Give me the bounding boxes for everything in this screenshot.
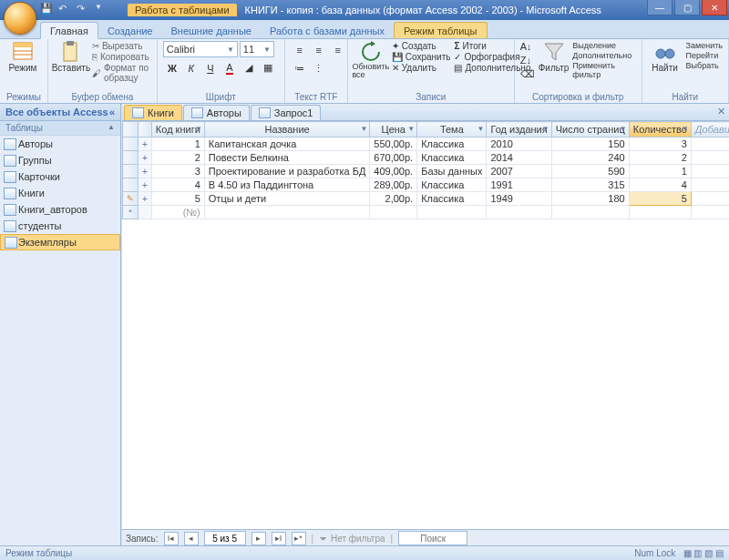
filter-indicator[interactable]: ⏷ Нет фильтра [319,534,385,544]
doc-tab-запрос1[interactable]: Запрос1 [251,105,322,120]
nav-item-студенты[interactable]: студенты [0,218,120,234]
view-design-icon[interactable]: ▤ [715,548,724,558]
nav-item-книги[interactable]: Книги [0,185,120,201]
cell[interactable]: Классика [417,178,487,192]
cell[interactable] [691,178,729,192]
nav-item-экземпляры[interactable]: Экземпляры [0,234,120,250]
bold-button[interactable]: Ж [163,59,181,76]
expand-row-button[interactable]: + [139,137,152,151]
row-selector[interactable] [123,178,139,192]
chevron-down-icon[interactable]: ▼ [682,125,689,133]
close-tab-button[interactable]: ✕ [717,106,725,117]
cell[interactable]: Базы данных [417,165,487,178]
gridlines-button[interactable]: ▦ [259,59,277,76]
cell[interactable]: 2010 [487,137,551,151]
view-datasheet-icon[interactable]: ▦ [683,548,692,558]
row-selector[interactable]: ✎ [123,192,139,206]
cell[interactable]: 5 [629,192,691,206]
redo-icon[interactable]: ↷ [77,3,91,17]
sort-desc-button[interactable]: Z↓ [520,55,535,67]
expand-row-button[interactable]: + [139,165,152,178]
search-input[interactable] [398,531,467,545]
prev-record-button[interactable]: ◂ [184,532,199,545]
chevron-down-icon[interactable]: ▼ [620,125,627,133]
paste-button[interactable]: Вставить [54,41,88,73]
nav-section-tables[interactable]: Таблицы▲ [0,121,120,136]
cell[interactable]: 550,00р. [370,137,417,151]
cell[interactable]: Отцы и дети [204,192,370,206]
cell[interactable]: 3 [629,137,691,151]
ribbon-tab-home[interactable]: Главная [40,22,98,39]
undo-icon[interactable]: ↶ [58,3,73,17]
first-record-button[interactable]: I◂ [164,532,179,545]
advanced-filter-button[interactable]: Дополнительно [572,51,635,60]
column-header[interactable]: Название▼ [204,122,370,137]
doc-tab-книги[interactable]: Книги [124,105,182,120]
new-record-nav-button[interactable]: ▸* [292,532,306,545]
find-button[interactable]: Найти [648,41,683,73]
select-button[interactable]: Выбрать [686,61,723,70]
save-record-button[interactable]: 💾Сохранить [392,52,451,62]
cell[interactable]: В 4.50 из Паддингтона [204,178,370,192]
numbering-button[interactable]: ≔ [291,60,309,77]
chevron-down-icon[interactable]: ▼ [407,125,415,133]
cell[interactable]: 315 [551,178,629,192]
clear-sort-button[interactable]: ⌫ [520,68,535,81]
view-chart-icon[interactable]: ▧ [704,548,713,558]
align-left-button[interactable]: ≡ [291,41,309,58]
row-selector[interactable] [123,137,139,151]
underline-button[interactable]: Ч [201,59,220,76]
new-row-selector[interactable]: * [123,206,139,219]
collapse-icon[interactable]: ▲ [108,123,115,133]
cell[interactable]: Повести Белкина [204,151,370,165]
cell[interactable] [691,151,729,165]
cell[interactable]: 2 [151,151,204,165]
column-header[interactable]: Цена▼ [370,122,417,137]
ribbon-tab-datasheet[interactable]: Режим таблицы [394,22,488,38]
chevron-left-icon[interactable]: « [109,107,115,117]
italic-button[interactable]: К [182,59,200,76]
column-header[interactable]: Код книги▼ [151,122,204,137]
cell[interactable]: 1 [629,165,691,178]
save-icon[interactable]: 💾 [40,3,55,17]
bullets-button[interactable]: ⋮ [310,60,328,77]
nav-item-карточки[interactable]: Карточки [0,168,120,185]
nav-item-группы[interactable]: Группы [0,152,120,168]
align-center-button[interactable]: ≡ [310,41,328,58]
cell[interactable]: 289,00р. [370,178,417,192]
replace-button[interactable]: Заменить [686,41,723,50]
row-selector[interactable] [123,151,139,165]
sort-asc-button[interactable]: A↓ [520,41,535,54]
add-field-column[interactable]: Добавить поле [691,122,729,137]
cell[interactable]: 1 [151,137,204,151]
minimize-button[interactable]: — [647,0,673,15]
column-header[interactable]: Год издания▼ [487,122,551,137]
row-selector[interactable] [123,165,139,178]
cell[interactable]: 670,00р. [370,151,417,165]
last-record-button[interactable]: ▸I [272,532,286,545]
cell[interactable]: 3 [151,165,204,178]
new-record-button[interactable]: ✦Создать [392,41,451,51]
view-pivot-icon[interactable]: ▥ [693,548,702,558]
cell[interactable]: 409,00р. [370,165,417,178]
column-header[interactable]: Тема▼ [417,122,487,137]
toggle-filter-button[interactable]: Применить фильтр [572,61,635,79]
nav-pane-header[interactable]: Все объекты Access« [0,104,120,121]
expand-row-button[interactable]: + [139,178,152,192]
cell[interactable]: Классика [417,137,487,151]
cell[interactable]: 4 [629,178,691,192]
cell[interactable]: 4 [151,178,204,192]
ribbon-tab-external[interactable]: Внешние данные [162,23,261,38]
chevron-down-icon[interactable]: ▼ [360,125,367,133]
nav-item-авторы[interactable]: Авторы [0,136,120,152]
cell[interactable]: 2014 [487,151,551,165]
cell[interactable]: Классика [417,151,487,165]
goto-button[interactable]: Перейти [686,51,723,60]
cell[interactable] [691,192,729,206]
ribbon-tab-create[interactable]: Создание [98,23,162,38]
font-color-button[interactable]: A [221,59,239,76]
datasheet-grid[interactable]: Код книги▼Название▼Цена▼Тема▼Год издания… [122,121,729,529]
cell[interactable]: 5 [151,192,204,206]
cell[interactable]: Капитанская дочка [204,137,370,151]
cell[interactable]: 2 [629,151,691,165]
